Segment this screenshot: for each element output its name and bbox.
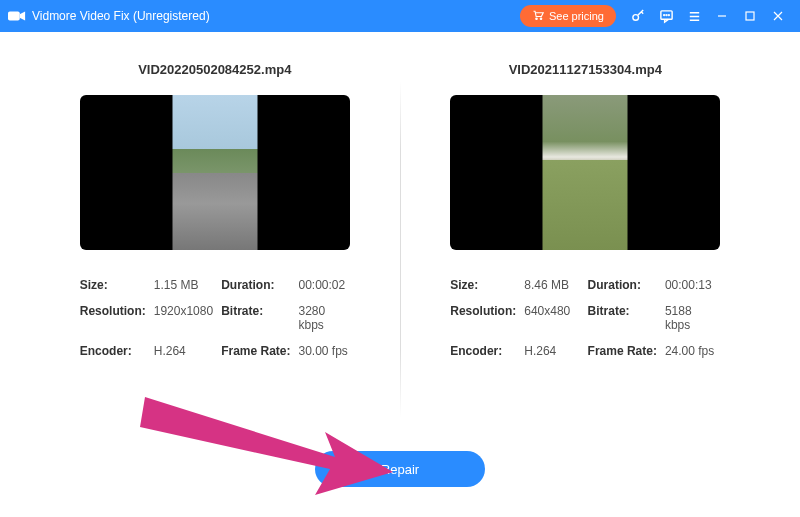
framerate-value: 24.00 fps — [665, 344, 720, 358]
source-filename: VID20220502084252.mp4 — [138, 62, 291, 77]
source-thumbnail-image — [172, 95, 257, 250]
sample-thumbnail-image — [543, 95, 628, 250]
duration-label: Duration: — [221, 278, 290, 292]
svg-point-6 — [666, 14, 667, 15]
app-logo-icon — [8, 9, 26, 23]
svg-point-3 — [632, 14, 638, 20]
bitrate-label: Bitrate: — [221, 304, 290, 332]
svg-point-5 — [663, 14, 664, 15]
duration-value: 00:00:13 — [665, 278, 720, 292]
pricing-label: See pricing — [549, 10, 604, 22]
sample-filename: VID20211127153304.mp4 — [509, 62, 662, 77]
minimize-button[interactable] — [708, 0, 736, 32]
size-value: 8.46 MB — [524, 278, 579, 292]
see-pricing-button[interactable]: See pricing — [520, 5, 616, 27]
sample-thumbnail[interactable] — [450, 95, 720, 250]
resolution-value: 1920x1080 — [154, 304, 213, 332]
encoder-label: Encoder: — [80, 344, 146, 358]
bitrate-value: 5188 kbps — [665, 304, 720, 332]
svg-rect-8 — [746, 12, 754, 20]
source-thumbnail[interactable] — [80, 95, 350, 250]
resolution-label: Resolution: — [80, 304, 146, 332]
bitrate-label: Bitrate: — [588, 304, 657, 332]
main-content: VID20220502084252.mp4 Size: 1.15 MB Dura… — [0, 32, 800, 447]
key-icon[interactable] — [628, 6, 648, 26]
titlebar: Vidmore Video Fix (Unregistered) See pri… — [0, 0, 800, 32]
maximize-button[interactable] — [736, 0, 764, 32]
footer: Repair — [0, 447, 800, 517]
svg-point-7 — [668, 14, 669, 15]
framerate-value: 30.00 fps — [299, 344, 350, 358]
encoder-value: H.264 — [154, 344, 213, 358]
duration-label: Duration: — [588, 278, 657, 292]
size-label: Size: — [450, 278, 516, 292]
feedback-icon[interactable] — [656, 6, 676, 26]
resolution-label: Resolution: — [450, 304, 516, 332]
resolution-value: 640x480 — [524, 304, 579, 332]
encoder-value: H.264 — [524, 344, 579, 358]
framerate-label: Frame Rate: — [588, 344, 657, 358]
bitrate-value: 3280 kbps — [299, 304, 350, 332]
framerate-label: Frame Rate: — [221, 344, 290, 358]
duration-value: 00:00:02 — [299, 278, 350, 292]
svg-point-1 — [536, 18, 538, 20]
repair-button[interactable]: Repair — [315, 451, 485, 487]
sample-video-panel: VID20211127153304.mp4 Size: 8.46 MB Dura… — [401, 62, 771, 437]
svg-rect-0 — [8, 12, 20, 21]
size-value: 1.15 MB — [154, 278, 213, 292]
close-button[interactable] — [764, 0, 792, 32]
menu-icon[interactable] — [684, 6, 704, 26]
source-video-panel: VID20220502084252.mp4 Size: 1.15 MB Dura… — [30, 62, 400, 437]
sample-info-grid: Size: 8.46 MB Duration: 00:00:13 Resolut… — [450, 278, 720, 358]
svg-point-2 — [540, 18, 542, 20]
app-title: Vidmore Video Fix (Unregistered) — [32, 9, 210, 23]
cart-icon — [532, 9, 544, 23]
source-info-grid: Size: 1.15 MB Duration: 00:00:02 Resolut… — [80, 278, 350, 358]
encoder-label: Encoder: — [450, 344, 516, 358]
size-label: Size: — [80, 278, 146, 292]
